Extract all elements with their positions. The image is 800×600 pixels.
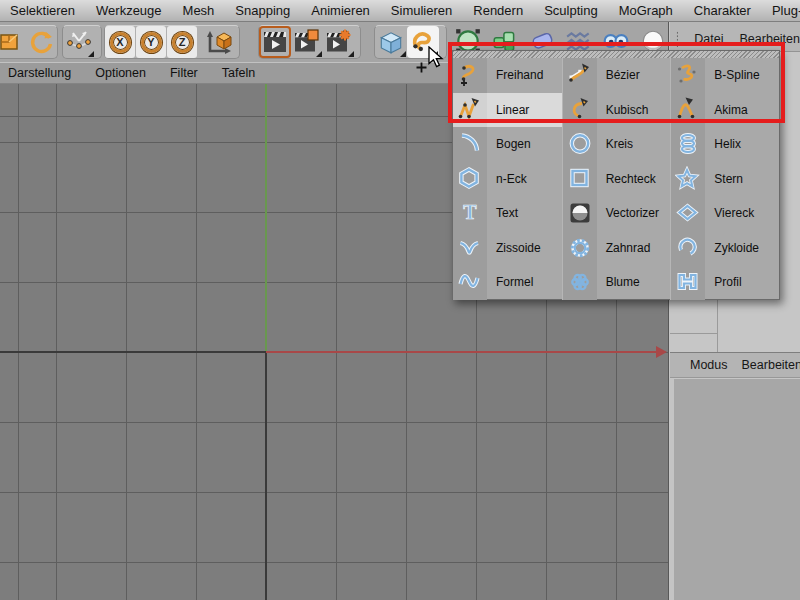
- spline-menu-item-zykloide[interactable]: Zykloide: [670, 231, 779, 266]
- rotate-tool-button[interactable]: [26, 26, 57, 58]
- viewport-menu-filter[interactable]: Filter: [170, 66, 198, 80]
- spline-menu-item-akima[interactable]: Akima: [670, 93, 779, 128]
- cogwheel-icon: [563, 231, 597, 266]
- spline-menu-item-formel[interactable]: Formel: [453, 265, 562, 300]
- spline-menu-label: Zykloide: [705, 231, 779, 266]
- helix-icon: [671, 127, 705, 162]
- spline-menu-label: n-Eck: [487, 162, 562, 197]
- object-manager-menu-bearbeiten[interactable]: Bearbeiten: [740, 32, 800, 46]
- toolgroup-axis: X Y Z: [104, 25, 240, 59]
- spline-menu-item-bspline[interactable]: B-Spline: [670, 58, 779, 93]
- spline-menu-item-kreis[interactable]: Kreis: [562, 127, 671, 162]
- spline-menu-item-linear[interactable]: Linear: [453, 93, 562, 128]
- menu-simulieren[interactable]: Simulieren: [391, 3, 452, 18]
- spline-menu-label: Profil: [705, 265, 779, 300]
- menu-animieren[interactable]: Animieren: [311, 3, 370, 18]
- tearoff-strip[interactable]: [453, 51, 779, 58]
- spline-menu-item-text[interactable]: T Text: [453, 196, 562, 231]
- spline-menu-item-vectorizer[interactable]: Vectorizer: [562, 196, 671, 231]
- spline-menu-item-bezier[interactable]: Bézier: [562, 58, 671, 93]
- render-view-icon: [262, 29, 288, 55]
- viewport-menu-darstellung[interactable]: Darstellung: [8, 66, 71, 80]
- y-axis-negative-line: [265, 352, 267, 600]
- add-primitive-button[interactable]: [375, 26, 407, 58]
- spline-menu-item-freihand[interactable]: Freihand: [453, 58, 562, 93]
- cissoid-icon: [453, 231, 487, 266]
- toolgroup-edit: [0, 25, 58, 59]
- spline-menu-item-helix[interactable]: Helix: [670, 127, 779, 162]
- vectorizer-icon: [563, 196, 597, 231]
- spline-menu-label: Freihand: [487, 58, 562, 93]
- linear-spline-icon: [453, 93, 487, 128]
- viewport-menu-optionen[interactable]: Optionen: [95, 66, 146, 80]
- menu-sculpting[interactable]: Sculpting: [544, 3, 597, 18]
- panel-divider: [670, 333, 717, 334]
- spline-menu-label: Helix: [705, 127, 779, 162]
- render-settings-icon: [326, 29, 352, 55]
- spline-menu-label: Viereck: [705, 196, 779, 231]
- spline-menu-item-zissoide[interactable]: Zissoide: [453, 231, 562, 266]
- attribute-manager-menu-bearbeiten[interactable]: Bearbeiten: [742, 358, 800, 372]
- viewport-menu-tafeln[interactable]: Tafeln: [222, 66, 255, 80]
- menu-mograph[interactable]: MoGraph: [619, 3, 673, 18]
- attribute-manager-menu-modus[interactable]: Modus: [690, 358, 728, 372]
- render-view-button[interactable]: [259, 26, 291, 58]
- render-settings-button[interactable]: [323, 26, 355, 58]
- spline-menu-label: Vectorizer: [597, 196, 671, 231]
- menu-charakter[interactable]: Charakter: [694, 3, 751, 18]
- svg-text:T: T: [463, 201, 477, 223]
- panel-grip-icon[interactable]: [676, 31, 678, 47]
- magnet-tool-button[interactable]: [63, 26, 95, 58]
- y-axis-line: [265, 84, 267, 352]
- object-manager-menu-datei[interactable]: Datei: [694, 32, 723, 46]
- spline-menu-item-rechteck[interactable]: Rechteck: [562, 162, 671, 197]
- x-axis-arrow-icon: [656, 346, 667, 358]
- attribute-manager-menubar: Modus Bearbeiten: [670, 352, 800, 378]
- main-menubar: Selektieren Werkzeuge Mesh Snapping Anim…: [0, 0, 800, 22]
- four-side-icon: [671, 196, 705, 231]
- coordinate-system-button[interactable]: [198, 26, 238, 58]
- draw-spline-button[interactable]: [407, 26, 439, 58]
- axis-lock-x-button[interactable]: X: [105, 26, 135, 58]
- axis-lock-y-icon: Y: [141, 32, 162, 53]
- draw-spline-icon: [409, 28, 437, 56]
- star-icon: [671, 162, 705, 197]
- spline-menu-label: Blume: [597, 265, 671, 300]
- axis-lock-z-icon: Z: [172, 32, 193, 53]
- x-axis-line: [266, 351, 658, 353]
- coordinate-system-icon: [202, 28, 234, 56]
- spline-menu-item-bogen[interactable]: Bogen: [453, 127, 562, 162]
- render-region-button[interactable]: [291, 26, 323, 58]
- spline-menu-item-viereck[interactable]: Viereck: [670, 196, 779, 231]
- menu-werkzeuge[interactable]: Werkzeuge: [96, 3, 162, 18]
- menu-snapping[interactable]: Snapping: [235, 3, 290, 18]
- menu-rendern[interactable]: Rendern: [473, 3, 523, 18]
- spline-menu-item-kubisch[interactable]: Kubisch: [562, 93, 671, 128]
- spline-menu-label: Kreis: [597, 127, 671, 162]
- spline-dropdown-menu: Freihand Bézier B-Spline Linear: [452, 50, 780, 300]
- spline-menu-label: Rechteck: [597, 162, 671, 197]
- menu-selektieren[interactable]: Selektieren: [10, 3, 75, 18]
- spline-menu-item-blume[interactable]: Blume: [562, 265, 671, 300]
- spline-menu-item-stern[interactable]: Stern: [670, 162, 779, 197]
- spline-menu-label: Zissoide: [487, 231, 562, 266]
- circle-icon: [563, 127, 597, 162]
- spline-menu-label: Text: [487, 196, 562, 231]
- cycloid-icon: [671, 231, 705, 266]
- toolgroup-magnet: [62, 25, 102, 59]
- menu-mesh[interactable]: Mesh: [183, 3, 215, 18]
- spline-menu-item-profil[interactable]: Profil: [670, 265, 779, 300]
- axis-lock-x-icon: X: [110, 32, 131, 53]
- menu-plugins[interactable]: Plug-ins: [772, 3, 800, 18]
- axis-lock-z-button[interactable]: Z: [167, 26, 197, 58]
- axis-lock-y-button[interactable]: Y: [136, 26, 166, 58]
- make-editable-button[interactable]: [0, 26, 26, 58]
- spline-menu-item-zahnrad[interactable]: Zahnrad: [562, 231, 671, 266]
- spline-menu-label: Kubisch: [597, 93, 671, 128]
- spline-menu-item-neck[interactable]: n-Eck: [453, 162, 562, 197]
- cinema4d-window: Selektieren Werkzeuge Mesh Snapping Anim…: [0, 0, 800, 600]
- magnet-move-icon: [65, 29, 93, 55]
- spline-menu-grid: Freihand Bézier B-Spline Linear: [453, 58, 779, 300]
- text-icon: T: [453, 196, 487, 231]
- spline-menu-label: Formel: [487, 265, 562, 300]
